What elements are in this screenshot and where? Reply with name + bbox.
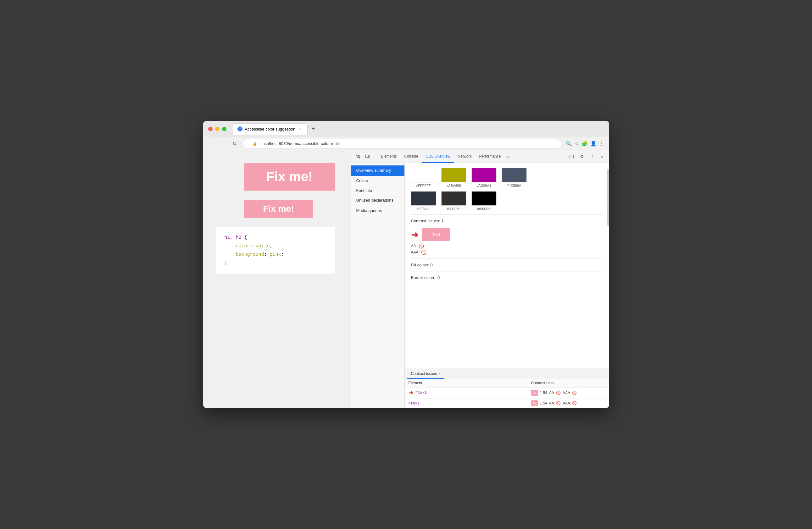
- tab-bar: Accessible color suggestion × +: [233, 123, 318, 134]
- close-button[interactable]: [208, 127, 213, 131]
- color-swatches-top: #FFFFFF #ABA800 #AD00A1: [411, 168, 603, 187]
- sidebar-item-overview[interactable]: Overview summary: [351, 166, 404, 176]
- bookmark-icon[interactable]: ☆: [575, 141, 579, 146]
- fix-me-large-box: Fix me!: [244, 163, 335, 190]
- swatch-ad00a1-box[interactable]: [472, 168, 496, 182]
- close-devtools-button[interactable]: ×: [598, 152, 607, 161]
- ratio-container-2: Aa 1.54 AA 🚫 AAA 🚫: [531, 400, 605, 406]
- swatch-ffffff: #FFFFFF: [411, 168, 436, 187]
- ratio-cell-1: Aa 1.54 AA 🚫 AAA 🚫: [527, 387, 609, 399]
- swatch-000000-box[interactable]: [472, 191, 496, 206]
- fill-colors-label: Fill colors: 0: [411, 262, 603, 267]
- url-text: localhost:8080/demo/accessible-color-mul…: [259, 141, 340, 146]
- sidebar-item-font-info[interactable]: Font info: [351, 186, 404, 195]
- ratio-value-1: 1.54: [540, 391, 547, 395]
- maximize-button[interactable]: [222, 127, 227, 131]
- bottom-panel: Contrast issues × Element Contrast ratio: [405, 369, 609, 408]
- aaa-label: AAA: [411, 250, 419, 255]
- aa-aaa-row: AA 🚫 AAA 🚫: [411, 243, 603, 255]
- main-content: Fix me! Fix me! h1, h2 { color: white; b…: [203, 150, 609, 408]
- tab-console[interactable]: Console: [401, 150, 422, 163]
- code-line-3: background: pink;: [224, 251, 327, 259]
- warning-count: 1: [572, 154, 575, 159]
- warning-badge: ⚠ 1: [566, 154, 577, 159]
- swatch-303030-box[interactable]: [441, 191, 466, 206]
- ratio-value-2: 1.54: [540, 401, 547, 405]
- fix-me-small-row: Fix me!: [213, 200, 342, 218]
- svg-rect-0: [365, 155, 368, 158]
- table-row[interactable]: #text Aa 1.54 AA 🚫 AAA: [405, 399, 609, 408]
- element-text-1: #text: [416, 391, 427, 395]
- tab-title: Accessible color suggestion: [245, 127, 295, 131]
- col-ratio: Contrast ratio: [527, 379, 609, 387]
- new-tab-button[interactable]: +: [309, 125, 318, 133]
- swatch-aba800-label: #ABA800: [446, 184, 461, 187]
- css-overview-main[interactable]: #FFFFFF #ABA800 #AD00A1: [405, 163, 609, 369]
- arrow-icon-2: ➜: [408, 389, 413, 396]
- swatch-4c566a: #4C566A: [502, 168, 527, 187]
- table-header-row: Element Contrast ratio: [405, 379, 609, 387]
- aa-fail-2: 🚫: [556, 401, 561, 405]
- sidebar-item-colors[interactable]: Colors: [351, 176, 404, 186]
- inspect-element-icon[interactable]: [354, 152, 363, 161]
- sidebar-item-media[interactable]: Media queries: [351, 206, 404, 215]
- code-line-4: }: [224, 259, 327, 267]
- settings-icon[interactable]: ⚙: [578, 152, 586, 161]
- more-options-icon[interactable]: ⋮: [588, 152, 597, 161]
- tab-performance[interactable]: Performance: [476, 150, 505, 163]
- extension-icon[interactable]: 🧩: [581, 141, 588, 146]
- title-bar: Accessible color suggestion × +: [203, 121, 609, 137]
- tab-network[interactable]: Network: [454, 150, 476, 163]
- more-tabs-button[interactable]: »: [505, 150, 512, 163]
- element-text-2: #text: [408, 401, 420, 406]
- aa-text-1: AA: [549, 391, 554, 395]
- device-toolbar-icon[interactable]: [363, 152, 372, 161]
- active-tab[interactable]: Accessible color suggestion ×: [233, 123, 307, 134]
- contrast-preview-box: Text: [422, 228, 450, 241]
- scrollbar[interactable]: [607, 169, 609, 226]
- css-overview-sidebar: Overview summary Colors Font info Unused…: [351, 163, 405, 408]
- profile-icon[interactable]: 👤: [590, 141, 597, 146]
- swatch-4c566a-box[interactable]: [502, 168, 527, 182]
- menu-icon[interactable]: ⋮: [599, 141, 604, 146]
- devtools-actions: ⚠ 1 ⚙ ⋮ ×: [566, 152, 607, 161]
- tab-css-overview[interactable]: CSS Overview: [422, 150, 454, 163]
- address-input[interactable]: 🔒 localhost:8080/demo/accessible-color-m…: [242, 139, 562, 148]
- swatch-aba800-box[interactable]: [441, 168, 466, 182]
- aaa-row: AAA 🚫: [411, 250, 603, 255]
- code-line-1: h1, h2 {: [224, 233, 327, 242]
- back-button[interactable]: ←: [208, 140, 216, 147]
- contrast-tab-close[interactable]: ×: [439, 372, 440, 375]
- aaa-fail-2: 🚫: [572, 401, 577, 405]
- contrast-table: Element Contrast ratio ➜ #text: [405, 379, 609, 408]
- contrast-issues-tab[interactable]: Contrast issues ×: [407, 369, 445, 379]
- fix-me-large-text: Fix me!: [253, 169, 326, 184]
- swatch-ffffff-box[interactable]: [411, 168, 436, 182]
- swatch-ad00a1: #AD00A1: [472, 168, 496, 187]
- arrow-icon-1: ➜: [411, 230, 418, 240]
- tab-elements[interactable]: Elements: [377, 150, 401, 163]
- devtools-toolbar: Elements Console CSS Overview Network Pe…: [351, 150, 609, 163]
- swatch-ad00a1-label: #AD00A1: [476, 184, 491, 187]
- ratio-cell-2: Aa 1.54 AA 🚫 AAA 🚫: [527, 399, 609, 408]
- lock-icon: 🔒: [252, 142, 257, 146]
- table-row[interactable]: ➜ #text Aa 1.54 AA: [405, 387, 609, 399]
- aa-text-2: AA: [549, 401, 554, 405]
- contrast-tab-label: Contrast issues: [411, 371, 437, 376]
- contrast-issues-label: Contrast issues: 1: [411, 218, 603, 223]
- swatch-303030: #303030: [441, 191, 466, 211]
- warning-icon: ⚠: [568, 154, 571, 159]
- sidebar-item-unused[interactable]: Unused declarations: [351, 195, 404, 206]
- zoom-icon[interactable]: 🔍: [566, 141, 572, 146]
- ratio-container-1: Aa 1.54 AA 🚫 AAA 🚫: [531, 390, 605, 396]
- swatch-ffffff-label: #FFFFFF: [416, 184, 431, 187]
- forward-button[interactable]: →: [219, 140, 227, 147]
- reload-button[interactable]: ↻: [231, 140, 238, 147]
- aa-fail-icon: 🚫: [419, 243, 424, 248]
- devtools-body: Overview summary Colors Font info Unused…: [351, 163, 609, 408]
- aa-fail-1: 🚫: [556, 391, 561, 395]
- tab-close-button[interactable]: ×: [298, 126, 303, 131]
- tab-favicon: [237, 126, 243, 131]
- swatch-2e3440-box[interactable]: [411, 191, 436, 206]
- minimize-button[interactable]: [215, 127, 219, 131]
